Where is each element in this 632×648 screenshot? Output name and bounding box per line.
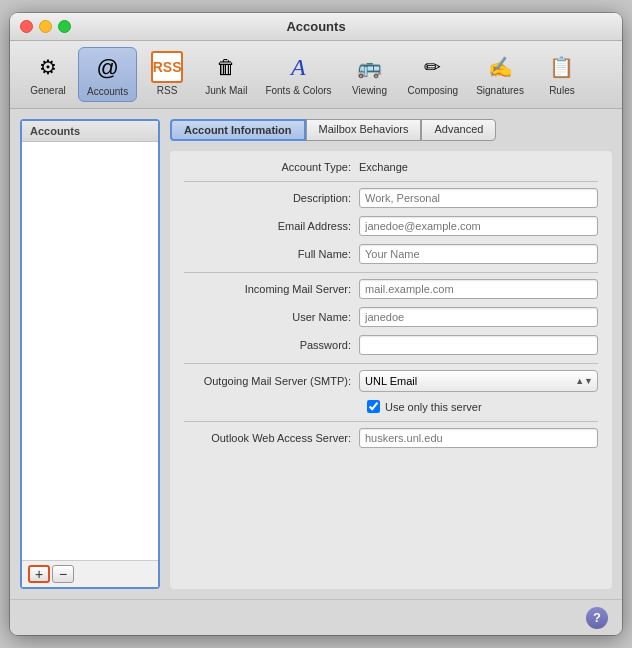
window-title: Accounts	[286, 19, 345, 34]
email-row: Email Address:	[184, 216, 598, 236]
use-only-server-label: Use only this server	[385, 401, 482, 413]
fullname-input[interactable]	[359, 244, 598, 264]
toolbar-rules[interactable]: 📋 Rules	[534, 47, 590, 102]
incoming-server-input[interactable]	[359, 279, 598, 299]
content-area: Accounts + − Account Information Mailbox…	[10, 109, 622, 599]
maximize-button[interactable]	[58, 20, 71, 33]
toolbar-viewing[interactable]: 🚌 Viewing	[342, 47, 398, 102]
password-label: Password:	[184, 339, 359, 351]
tab-account-information[interactable]: Account Information	[170, 119, 306, 141]
description-input[interactable]	[359, 188, 598, 208]
help-button[interactable]: ?	[586, 607, 608, 629]
junkmail-icon: 🗑	[210, 51, 242, 83]
toolbar-accounts-label: Accounts	[87, 86, 128, 97]
toolbar-composing[interactable]: ✏ Composing	[400, 47, 467, 102]
username-label: User Name:	[184, 311, 359, 323]
accounts-icon: @	[92, 52, 124, 84]
toolbar-signatures[interactable]: ✍ Signatures	[468, 47, 532, 102]
incoming-server-label: Incoming Mail Server:	[184, 283, 359, 295]
separator-1	[184, 181, 598, 182]
toolbar: ⚙ General @ Accounts RSS RSS 🗑 Junk Mail…	[10, 41, 622, 109]
bottom-bar: ?	[10, 599, 622, 635]
remove-account-button[interactable]: −	[52, 565, 74, 583]
username-input[interactable]	[359, 307, 598, 327]
form-area: Account Type: Exchange Description: Emai…	[170, 151, 612, 589]
toolbar-viewing-label: Viewing	[352, 85, 387, 96]
outgoing-server-select-wrapper: UNL Email ▲▼	[359, 370, 598, 392]
outgoing-server-label: Outgoing Mail Server (SMTP):	[184, 375, 359, 387]
accounts-sidebar: Accounts + −	[20, 119, 160, 589]
fonts-colors-icon: A	[282, 51, 314, 83]
tab-advanced[interactable]: Advanced	[421, 119, 496, 141]
rss-icon: RSS	[151, 51, 183, 83]
traffic-lights	[20, 20, 71, 33]
toolbar-junkmail-label: Junk Mail	[205, 85, 247, 96]
email-label: Email Address:	[184, 220, 359, 232]
description-label: Description:	[184, 192, 359, 204]
owa-label: Outlook Web Access Server:	[184, 432, 359, 444]
toolbar-composing-label: Composing	[408, 85, 459, 96]
minimize-button[interactable]	[39, 20, 52, 33]
fullname-label: Full Name:	[184, 248, 359, 260]
sidebar-list	[22, 142, 158, 560]
sidebar-header: Accounts	[22, 121, 158, 142]
toolbar-rss[interactable]: RSS RSS	[139, 47, 195, 102]
toolbar-junkmail[interactable]: 🗑 Junk Mail	[197, 47, 255, 102]
owa-input[interactable]	[359, 428, 598, 448]
outgoing-server-row: Outgoing Mail Server (SMTP): UNL Email ▲…	[184, 370, 598, 392]
toolbar-accounts[interactable]: @ Accounts	[78, 47, 137, 102]
close-button[interactable]	[20, 20, 33, 33]
toolbar-signatures-label: Signatures	[476, 85, 524, 96]
composing-icon: ✏	[417, 51, 449, 83]
account-type-row: Account Type: Exchange	[184, 161, 598, 173]
toolbar-fonts-label: Fonts & Colors	[265, 85, 331, 96]
account-type-value: Exchange	[359, 161, 408, 173]
account-type-label: Account Type:	[184, 161, 359, 173]
toolbar-rss-label: RSS	[157, 85, 178, 96]
password-input[interactable]	[359, 335, 598, 355]
separator-2	[184, 272, 598, 273]
toolbar-general-label: General	[30, 85, 66, 96]
username-row: User Name:	[184, 307, 598, 327]
fullname-row: Full Name:	[184, 244, 598, 264]
use-only-server-row: Use only this server	[367, 400, 598, 413]
titlebar: Accounts	[10, 13, 622, 41]
separator-4	[184, 421, 598, 422]
incoming-server-row: Incoming Mail Server:	[184, 279, 598, 299]
signatures-icon: ✍	[484, 51, 516, 83]
description-row: Description:	[184, 188, 598, 208]
separator-3	[184, 363, 598, 364]
password-row: Password:	[184, 335, 598, 355]
general-icon: ⚙	[32, 51, 64, 83]
tab-mailbox-behaviors[interactable]: Mailbox Behaviors	[306, 119, 422, 141]
add-account-button[interactable]: +	[28, 565, 50, 583]
main-window: Accounts ⚙ General @ Accounts RSS RSS 🗑 …	[10, 13, 622, 635]
owa-row: Outlook Web Access Server:	[184, 428, 598, 448]
toolbar-rules-label: Rules	[549, 85, 575, 96]
email-input[interactable]	[359, 216, 598, 236]
main-panel: Account Information Mailbox Behaviors Ad…	[170, 119, 612, 589]
toolbar-general[interactable]: ⚙ General	[20, 47, 76, 102]
tabs-bar: Account Information Mailbox Behaviors Ad…	[170, 119, 612, 141]
sidebar-footer: + −	[22, 560, 158, 587]
toolbar-fonts-colors[interactable]: A Fonts & Colors	[257, 47, 339, 102]
use-only-server-checkbox[interactable]	[367, 400, 380, 413]
rules-icon: 📋	[546, 51, 578, 83]
outgoing-server-select[interactable]: UNL Email	[359, 370, 598, 392]
viewing-icon: 🚌	[354, 51, 386, 83]
